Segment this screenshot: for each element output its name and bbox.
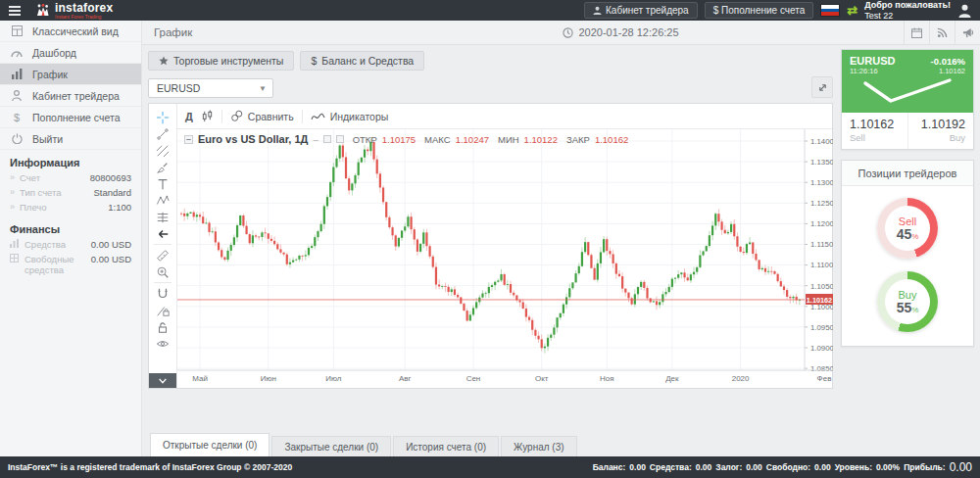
magnet-tool[interactable] (153, 285, 172, 302)
text-tool[interactable] (153, 175, 172, 192)
footer: InstaForex™ is a registered trademark of… (0, 456, 980, 478)
tab-closed-deals[interactable]: Закрытые сделки (0) (271, 436, 391, 456)
compare-button[interactable]: Сравнить (230, 110, 294, 122)
info-section-title: Информация (10, 157, 131, 168)
trader-cabinet-button[interactable]: Кабинет трейдера (584, 2, 698, 19)
rss-icon[interactable] (929, 21, 955, 45)
legend-style-icon[interactable] (323, 135, 331, 143)
buy-quote[interactable]: 1.10192 Buy (907, 113, 974, 149)
sidebar: Классический вид Дашборд График Кабинет … (0, 21, 142, 456)
zoom-in-tool[interactable] (153, 263, 172, 280)
bar-chart-icon (10, 69, 24, 79)
page-title: График (142, 26, 338, 38)
candlestick-chart[interactable]: 1.140001.135001.130001.125001.120001.115… (177, 129, 833, 390)
high-value: 1.10247 (456, 134, 489, 145)
buy-donut[interactable]: Buy 55% (877, 271, 938, 332)
trend-line-tool[interactable] (153, 125, 172, 142)
svg-text:1.09500: 1.09500 (810, 323, 833, 332)
brand-tagline: Instant Forex Trading (55, 15, 113, 20)
welcome-block: Добро пожаловать! Test 22 (864, 0, 951, 21)
svg-text:1.08500: 1.08500 (810, 364, 833, 373)
ticker-time: 11:26:16 (850, 67, 878, 75)
crosshair-tool[interactable] (153, 109, 172, 125)
expand-chart-button[interactable] (811, 76, 833, 98)
chart-toolbar: Д (177, 104, 832, 129)
sidebar-item-dashboard[interactable]: Дашборд (0, 42, 141, 64)
chevron-right-icon: » (10, 172, 15, 182)
svg-text:1.13000: 1.13000 (810, 178, 833, 187)
svg-text:Май: Май (192, 374, 208, 383)
candlestick-icon (201, 110, 214, 123)
svg-text:1.11000: 1.11000 (810, 261, 833, 269)
balance-funds-button[interactable]: $ Баланс и Средства (300, 51, 424, 71)
collapse-legend-icon[interactable] (184, 135, 193, 144)
indicators-button[interactable]: Индикаторы (311, 111, 389, 122)
ticker-header[interactable]: EURUSD -0.016% 11:26:16 1.10162 (842, 50, 973, 113)
brand-name: instaforex (55, 2, 113, 14)
svg-text:1.12000: 1.12000 (810, 219, 833, 228)
tab-journal[interactable]: Журнал (3) (501, 436, 577, 456)
pitchfork-tool[interactable] (153, 142, 172, 159)
chart-legend: Euro vs US Dollar, 1Д – ОТКР 1.10175 МАК… (184, 133, 628, 145)
pattern-tool[interactable] (153, 192, 172, 209)
tab-open-deals[interactable]: Открытые сделки (0) (150, 433, 270, 456)
sell-quote[interactable]: 1.10162 Sell (842, 113, 907, 149)
ticker-card: EURUSD -0.016% 11:26:16 1.10162 (841, 49, 974, 150)
sidebar-item-cabinet[interactable]: Кабинет трейдера (0, 85, 141, 107)
info-row-account-type: » Тип счета Standard (10, 187, 131, 199)
hamburger-menu-icon[interactable] (0, 0, 29, 21)
sidebar-item-chart[interactable]: График (0, 64, 141, 85)
finance-section-title: Финансы (10, 223, 131, 235)
arrow-tool[interactable] (153, 225, 172, 242)
brush-tool[interactable] (153, 159, 172, 175)
finance-row-equity: Средства 0.00 USD (10, 239, 131, 251)
tab-account-history[interactable]: История счета (0) (393, 436, 499, 456)
app-window: instaforex Instant Forex Trading Кабинет… (0, 0, 980, 478)
legend-settings-icon[interactable] (336, 135, 344, 143)
dollar-icon: $ (311, 55, 317, 67)
titlebar: График 2020-01-28 12:26:25 (142, 21, 980, 45)
sidebar-item-deposit[interactable]: $ Пополнение счета (0, 107, 141, 128)
svg-text:Авг: Авг (399, 374, 412, 383)
ruler-tool[interactable] (153, 247, 172, 263)
welcome-text: Добро пожаловать! (864, 0, 951, 10)
chevron-right-icon: » (10, 202, 15, 212)
gauge-icon (10, 48, 24, 58)
footer-stats: Баланс:0.00 Средства:0.00 Залог:0.00 Сво… (593, 460, 972, 474)
avatar[interactable] (957, 3, 972, 18)
sell-donut[interactable]: Sell 45% (877, 198, 938, 259)
language-flag-ru[interactable] (820, 4, 840, 17)
calendar-icon[interactable] (904, 21, 929, 45)
svg-text:1.14000: 1.14000 (810, 137, 833, 146)
chart-style-button[interactable] (201, 110, 214, 123)
megaphone-icon[interactable] (955, 21, 980, 45)
timeframe-button[interactable]: Д (185, 111, 193, 122)
eye-tool[interactable] (153, 335, 172, 352)
dollar-icon: $ (10, 112, 24, 123)
footer-brand: InstaForex™ is a registered trademark of… (8, 462, 292, 472)
deposit-button[interactable]: $ Пополнение счета (705, 2, 814, 19)
svg-text:1.09000: 1.09000 (810, 344, 833, 353)
ticker-change: -0.016% (931, 56, 965, 67)
username: Test 22 (864, 11, 893, 21)
trading-instruments-button[interactable]: Торговые инструменты (148, 51, 294, 71)
brand-logo[interactable]: instaforex Instant Forex Trading (35, 2, 113, 20)
chart-drawing-toolbar (149, 104, 177, 388)
chart-plot-area[interactable]: 1.140001.135001.130001.125001.120001.115… (177, 129, 832, 390)
sidebar-item-classic-view[interactable]: Классический вид (0, 21, 141, 42)
padlock-tool[interactable] (153, 318, 172, 335)
fib-retracement-tool[interactable] (153, 209, 172, 225)
close-value: 1.10162 (595, 134, 628, 145)
chevron-down-icon: ▼ (259, 84, 267, 93)
lock-drawings-tool[interactable] (153, 302, 172, 318)
star-icon (159, 56, 169, 66)
ticker-sparkline (850, 75, 965, 111)
symbol-select[interactable]: EURUSD ▼ (148, 78, 273, 98)
svg-text:1.10162: 1.10162 (807, 296, 832, 305)
transfer-arrows-icon[interactable]: ⇄ (847, 4, 858, 17)
collapse-toolbar-button[interactable] (149, 373, 176, 388)
svg-text:1.13500: 1.13500 (810, 158, 833, 167)
ticker-symbol: EURUSD (850, 55, 895, 67)
sidebar-item-logout[interactable]: Выйти (0, 128, 141, 150)
wave-icon (311, 112, 325, 121)
